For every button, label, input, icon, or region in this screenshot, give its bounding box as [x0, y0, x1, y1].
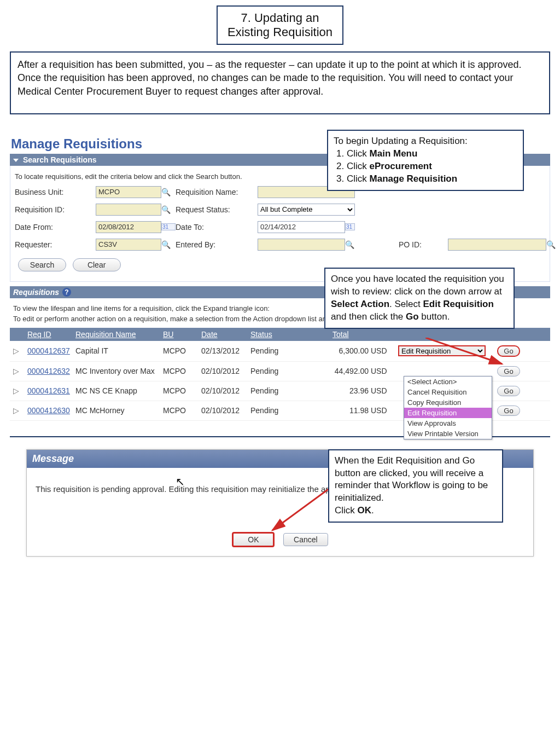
doc-title-l1: 7. Updating an	[241, 11, 319, 25]
callout-begin: To begin Updating a Requisition: Click M…	[327, 130, 524, 191]
req-total: 11.98	[316, 406, 371, 415]
dropdown-option[interactable]: View Approvals	[404, 418, 492, 428]
entered-label: Entered By:	[176, 240, 258, 249]
table-row: ▷ 0000412637 Capital IT MCPO 02/13/2012 …	[10, 341, 550, 362]
lookup-icon[interactable]: 🔍	[161, 188, 176, 196]
intro-text: After a requisition has been submitted, …	[10, 51, 550, 114]
app-screenshot: Manage Requisitions Search Requisitions …	[10, 136, 550, 421]
go-button[interactable]: Go	[497, 406, 520, 416]
req-status: Pending	[250, 386, 316, 395]
req-currency: USD	[371, 367, 398, 375]
callout-message: When the Edit Requisition and Go button …	[328, 449, 503, 523]
dropdown-option[interactable]: Copy Requisition	[404, 397, 492, 408]
expand-icon[interactable]: ▷	[13, 406, 27, 415]
requester-input[interactable]	[96, 239, 161, 251]
go-button[interactable]: Go	[497, 386, 520, 396]
ok-button[interactable]: OK	[232, 532, 275, 547]
reqid-link[interactable]: 0000412637	[27, 346, 75, 355]
calendar-icon[interactable]: 31	[345, 223, 355, 230]
lookup-icon[interactable]: 🔍	[161, 206, 176, 213]
dropdown-option[interactable]: Cancel Requisition	[404, 387, 492, 397]
req-currency: USD	[371, 386, 398, 395]
req-name: MC NS CE Knapp	[75, 386, 163, 395]
reqid-link[interactable]: 0000412630	[27, 406, 75, 415]
dropdown-option-selected[interactable]: Edit Requisition	[404, 408, 492, 418]
req-name: MC Inventory over Max	[75, 367, 163, 375]
req-date: 02/13/2012	[201, 346, 250, 355]
cursor-icon: ↖	[176, 475, 185, 488]
reqid-input[interactable]	[96, 204, 161, 216]
status-select[interactable]: All but Complete	[258, 204, 355, 216]
col-name[interactable]: Requisition Name	[75, 330, 163, 339]
requester-label: Requester:	[15, 240, 96, 249]
col-date[interactable]: Date	[201, 330, 250, 339]
bu-label: Business Unit:	[15, 188, 96, 196]
action-dropdown[interactable]: <Select Action> Cancel Requisition Copy …	[404, 376, 492, 439]
req-status: Pending	[250, 346, 316, 355]
from-label: Date From:	[15, 223, 96, 231]
col-bu[interactable]: BU	[163, 330, 201, 339]
cancel-button[interactable]: Cancel	[283, 533, 328, 546]
search-button[interactable]: Search	[18, 258, 66, 271]
table-header: Req ID Requisition Name BU Date Status T…	[10, 328, 550, 341]
req-bu: MCPO	[163, 367, 201, 375]
expand-icon[interactable]: ▷	[13, 386, 27, 395]
req-date: 02/10/2012	[201, 386, 250, 395]
collapse-icon[interactable]	[13, 159, 19, 162]
req-bu: MCPO	[163, 386, 201, 395]
req-bu: MCPO	[163, 346, 201, 355]
calendar-icon[interactable]: 31	[161, 223, 176, 230]
clear-button[interactable]: Clear	[73, 258, 121, 271]
reqid-link[interactable]: 0000412631	[27, 386, 75, 395]
req-date: 02/10/2012	[201, 367, 250, 375]
col-reqid[interactable]: Req ID	[27, 330, 75, 339]
poid-input[interactable]	[448, 239, 546, 251]
req-name: MC McHorney	[75, 406, 163, 415]
req-bu: MCPO	[163, 406, 201, 415]
go-button[interactable]: Go	[497, 366, 520, 377]
lookup-icon[interactable]: 🔍	[546, 241, 557, 248]
to-label: Date To:	[176, 223, 258, 231]
search-panel-title: Search Requisitions	[23, 155, 97, 164]
req-total: 44,492.00	[316, 367, 371, 375]
entered-input[interactable]	[258, 239, 345, 251]
to-input[interactable]	[258, 221, 345, 233]
poid-label: PO ID:	[399, 240, 448, 249]
go-button[interactable]: Go	[497, 345, 520, 357]
req-name: Capital IT	[75, 346, 163, 355]
req-date: 02/10/2012	[201, 406, 250, 415]
req-total: 23.96	[316, 386, 371, 395]
req-status: Pending	[250, 367, 316, 375]
reqname-label: Requisition Name:	[176, 188, 258, 196]
req-status: Pending	[250, 406, 316, 415]
lookup-icon[interactable]: 🔍	[161, 241, 176, 248]
help-icon[interactable]: ?	[62, 288, 71, 297]
reqid-link[interactable]: 0000412632	[27, 367, 75, 375]
req-currency: USD	[371, 346, 398, 355]
action-select[interactable]: Edit Requisition	[398, 345, 486, 356]
doc-title-l2: Existing Requisition	[228, 25, 332, 39]
from-input[interactable]	[96, 221, 161, 233]
col-total[interactable]: Total	[332, 330, 398, 339]
dropdown-option[interactable]: <Select Action>	[404, 377, 492, 387]
col-status[interactable]: Status	[250, 330, 332, 339]
doc-title: 7. Updating an Existing Requisition	[217, 5, 343, 45]
expand-icon[interactable]: ▷	[13, 346, 27, 355]
req-currency: USD	[371, 406, 398, 415]
dropdown-option[interactable]: View Printable Version	[404, 428, 492, 439]
reqid-label: Requisition ID:	[15, 205, 96, 214]
req-total: 6,300.00	[316, 346, 371, 355]
status-label: Request Status:	[176, 205, 258, 214]
requisitions-panel-title: Requisitions	[13, 288, 59, 297]
bu-input[interactable]	[96, 186, 161, 198]
lookup-icon[interactable]: 🔍	[345, 241, 355, 248]
callout-select-action: Once you have located the requisition yo…	[324, 268, 515, 329]
expand-icon[interactable]: ▷	[13, 367, 27, 375]
